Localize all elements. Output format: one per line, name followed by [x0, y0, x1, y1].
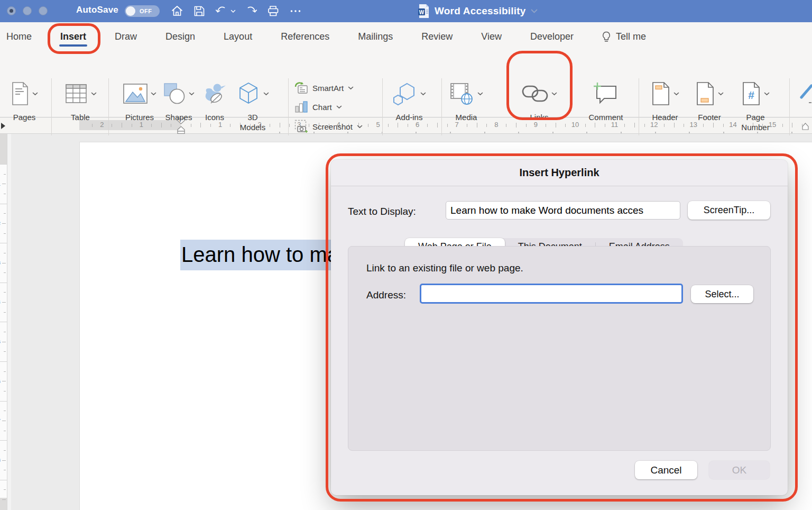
- chevron-down-icon: [764, 92, 770, 96]
- chart-button[interactable]: Chart: [294, 101, 342, 113]
- ruler-number: 2: [0, 221, 1, 226]
- links-button[interactable]: Links: [518, 78, 560, 122]
- cancel-button[interactable]: Cancel: [635, 461, 697, 479]
- group-separator: [789, 78, 790, 135]
- ruler-tick: [4, 233, 6, 234]
- ruler-line: [0, 322, 7, 322]
- pictures-button[interactable]: Pictures: [119, 78, 160, 122]
- undo-icon: [215, 4, 228, 18]
- ruler-tick: [595, 123, 595, 128]
- address-label: Address:: [366, 289, 406, 301]
- undo-button[interactable]: [215, 4, 236, 18]
- ellipsis-icon: [289, 4, 302, 18]
- dialog-title-bar: Insert Hyperlink: [331, 160, 788, 186]
- ruler-tick: [289, 124, 290, 127]
- page-number-button[interactable]: # PageNumber: [733, 78, 778, 132]
- links-label: Links: [530, 112, 548, 122]
- tab-review[interactable]: Review: [420, 24, 454, 50]
- ruler-tick: [546, 124, 546, 127]
- svg-text:#: #: [748, 89, 754, 101]
- ruler-tick: [171, 124, 171, 127]
- tab-mailings[interactable]: Mailings: [357, 24, 394, 50]
- table-button[interactable]: Table: [60, 78, 100, 122]
- zoom-window-button[interactable]: [39, 6, 48, 15]
- chevron-down-icon: [230, 10, 236, 13]
- ruler-margin-zone: [0, 134, 7, 164]
- add-ins-button[interactable]: Add-ins: [387, 78, 431, 122]
- tab-view[interactable]: View: [480, 24, 503, 50]
- ruler-tick: [368, 124, 368, 127]
- minimize-window-button[interactable]: [23, 6, 32, 15]
- ruler-line: [0, 480, 7, 480]
- ruler-tick: [703, 124, 704, 127]
- tab-insert[interactable]: Insert: [59, 24, 87, 50]
- ruler-number: 5: [374, 121, 382, 129]
- tab-stop-mark: [791, 132, 792, 133]
- comment-button[interactable]: Comment: [582, 78, 630, 122]
- shapes-button[interactable]: Shapes: [159, 78, 199, 122]
- icons-button[interactable]: Icons: [199, 78, 230, 122]
- more-commands-button[interactable]: [289, 4, 302, 18]
- text-to-display-input[interactable]: [446, 201, 680, 220]
- tab-layout[interactable]: Layout: [223, 24, 253, 50]
- close-window-button[interactable]: [7, 6, 16, 15]
- home-button[interactable]: [170, 4, 184, 18]
- ruler-tick: [802, 124, 802, 127]
- ruler-tick: [408, 124, 408, 127]
- print-icon: [266, 4, 280, 18]
- screenshot-button[interactable]: Screenshot: [294, 120, 363, 133]
- smartart-icon: [294, 81, 308, 94]
- tab-row: HomeInsertDrawDesignLayoutReferencesMail…: [0, 22, 812, 51]
- ruler-tick: [516, 123, 516, 128]
- duck-icon: [202, 82, 227, 105]
- title-bar: AutoSave OFF W Word: [0, 0, 812, 22]
- ruler-tick: [437, 123, 438, 128]
- save-icon: [192, 4, 206, 18]
- chevron-down-icon: [189, 92, 195, 96]
- ruler-line: [0, 204, 7, 204]
- ok-button[interactable]: OK: [709, 461, 770, 479]
- screenshot-icon: [294, 120, 308, 133]
- tab-stop-mark: [450, 132, 451, 133]
- footer-button[interactable]: Footer: [689, 78, 730, 122]
- ruler-number: 6: [0, 379, 1, 384]
- tab-stop-mark: [279, 132, 280, 133]
- tab-stop-mark: [621, 132, 622, 133]
- ruler-tick: [161, 123, 162, 128]
- redo-button[interactable]: [244, 4, 258, 18]
- tab-draw[interactable]: Draw: [114, 24, 138, 50]
- header-button[interactable]: Header: [644, 78, 686, 122]
- comment-icon: [593, 81, 619, 106]
- ruler-tick: [4, 450, 6, 451]
- select-button[interactable]: Select...: [691, 285, 753, 303]
- ruler-tick: [634, 123, 635, 128]
- pages-button[interactable]: Pages: [5, 78, 43, 122]
- smartart-button[interactable]: SmartArt: [294, 81, 354, 94]
- save-button[interactable]: [192, 4, 206, 18]
- tab-references[interactable]: References: [280, 24, 330, 50]
- word-app-icon: W: [418, 4, 430, 19]
- tab-design[interactable]: Design: [164, 24, 196, 50]
- ruler-tick: [4, 351, 6, 352]
- media-button[interactable]: Media: [444, 78, 488, 122]
- tab-selector-icon[interactable]: [1, 122, 6, 130]
- tell-me[interactable]: Tell me: [601, 31, 646, 43]
- 3d-models-button[interactable]: 3DModels: [232, 78, 274, 132]
- autosave-toggle[interactable]: OFF: [125, 5, 160, 17]
- ruler-tick: [4, 489, 6, 490]
- ruler-tick: [4, 174, 6, 175]
- address-input[interactable]: [420, 284, 683, 304]
- tab-home[interactable]: Home: [5, 24, 33, 50]
- print-button[interactable]: [266, 4, 280, 18]
- group-separator: [51, 78, 52, 135]
- title-chevron-icon[interactable]: [531, 9, 538, 13]
- window-controls: [7, 6, 48, 15]
- ruler-tick: [4, 253, 6, 253]
- shapes-icon: [163, 83, 186, 105]
- group-separator: [108, 78, 109, 135]
- partial-toolbar-icon: [799, 81, 812, 109]
- right-indent-marker[interactable]: [801, 122, 809, 131]
- ruler-tick: [210, 124, 211, 127]
- screentip-button[interactable]: ScreenTip...: [688, 201, 770, 220]
- tab-developer[interactable]: Developer: [529, 24, 575, 50]
